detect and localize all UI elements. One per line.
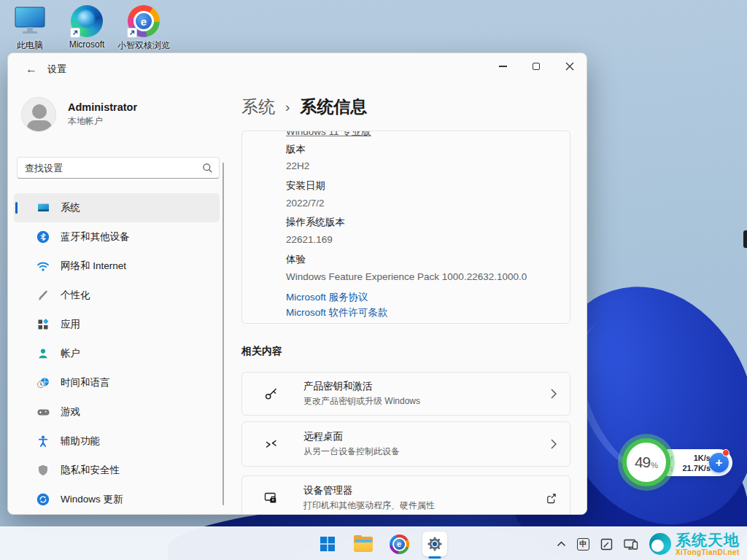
tray-expand-button[interactable] [557, 541, 566, 547]
file-explorer-icon [354, 537, 373, 552]
search-icon [202, 163, 213, 174]
xitongtiandi-watermark[interactable]: 系统天地 XiTongTianDi.net [649, 532, 740, 556]
ime-chinese-icon: 中 [577, 538, 589, 551]
start-button[interactable] [315, 532, 340, 556]
spec-label: 操作系统版本 [286, 216, 345, 229]
sidebar-item-gaming[interactable]: 游戏 [14, 397, 220, 427]
settings-window: ← 设置 Administrator 本地帐户 系统 [7, 52, 587, 515]
sidebar-item-accounts[interactable]: 帐户 [14, 339, 220, 368]
breadcrumb-separator: › [285, 99, 290, 115]
sidebar-scrollbar[interactable] [222, 163, 224, 505]
card-title: 产品密钥和激活 [303, 380, 543, 393]
avatar [21, 97, 56, 132]
desktop-icons: 此电脑 Microsoft e 小智双核浏览 [1, 4, 172, 52]
search-box[interactable] [17, 157, 220, 179]
network-icon [36, 260, 50, 273]
related-content-title: 相关内容 [241, 345, 282, 358]
breadcrumb: 系统 › 系统信息 [241, 96, 367, 118]
spec-label: 体验 [286, 253, 306, 266]
spec-value: 22H2 [286, 160, 309, 171]
file-explorer-button[interactable] [351, 532, 376, 556]
settings-taskbar-button[interactable] [422, 532, 447, 556]
card-remote-desktop[interactable]: 远程桌面 从另一台设备控制此设备 [241, 421, 570, 467]
windows-update-icon [36, 493, 50, 506]
watermark-title: 系统天地 [676, 532, 740, 548]
sidebar-item-system[interactable]: 系统 [14, 193, 220, 222]
desktop-icon-label: Microsoft [69, 39, 105, 50]
bluetooth-icon [36, 230, 50, 244]
windows-start-icon [319, 535, 336, 553]
upload-speed: 1K/s [694, 453, 711, 463]
account-name: Administrator [68, 101, 137, 113]
chevron-right-icon [543, 439, 557, 449]
memory-usage-ball[interactable]: 49 % [622, 438, 670, 486]
taskbar: e 中 [0, 526, 747, 560]
settings-gear-icon [426, 535, 444, 553]
ime-indicator[interactable]: 中 [577, 538, 589, 551]
close-button[interactable] [553, 53, 587, 79]
account-card[interactable]: Administrator 本地帐户 [21, 97, 137, 132]
maximize-button[interactable] [519, 53, 553, 79]
cast-device-icon [624, 538, 638, 551]
spec-value: 22621.169 [286, 234, 333, 245]
screen-edge-handle[interactable] [743, 230, 747, 248]
back-button[interactable]: ← [21, 59, 42, 79]
device-manager-icon [262, 491, 279, 505]
close-icon [565, 62, 574, 71]
sidebar-item-privacy[interactable]: 隐私和安全性 [14, 456, 220, 485]
sidebar-nav: 系统 蓝牙和其他设备 网络和 Internet 个性化 [14, 193, 220, 514]
browser-icon: e [390, 534, 409, 554]
titlebar: ← 设置 [8, 53, 587, 85]
shortcut-arrow-icon [70, 28, 80, 38]
browser-button[interactable]: e [387, 532, 411, 556]
license-terms-link[interactable]: Microsoft 软件许可条款 [286, 306, 388, 319]
time-language-icon [36, 376, 50, 389]
sidebar-item-network[interactable]: 网络和 Internet [14, 252, 220, 281]
card-title: 设备管理器 [303, 484, 543, 497]
accessibility-icon [36, 435, 50, 448]
spec-value: Windows Feature Experience Pack 1000.226… [286, 271, 527, 282]
sidebar-item-apps[interactable]: 应用 [14, 310, 220, 339]
services-agreement-link[interactable]: Microsoft 服务协议 [286, 291, 368, 304]
personalization-icon [36, 289, 50, 302]
minimize-icon [499, 66, 507, 67]
card-subtitle: 从另一台设备控制此设备 [303, 446, 543, 458]
spec-label: 安装日期 [286, 179, 325, 192]
window-title: 设置 [47, 63, 66, 76]
privacy-shield-icon [36, 464, 50, 477]
key-icon [262, 386, 279, 401]
minimize-button[interactable] [486, 53, 519, 79]
gaming-icon [36, 405, 50, 419]
shortcut-arrow-icon [127, 28, 137, 38]
sidebar-item-windows-update[interactable]: Windows 更新 [14, 485, 220, 514]
page-title: 系统信息 [300, 96, 367, 118]
touch-keyboard-button[interactable] [600, 538, 613, 551]
windows-spec-panel: Windows 11 专业版 版本 22H2 安装日期 2022/7/2 操作系… [241, 131, 570, 324]
usage-percent: 49 [635, 454, 650, 471]
system-icon [36, 201, 50, 214]
watermark-domain: XiTongTianDi.net [676, 549, 740, 556]
chevron-right-icon [543, 389, 557, 399]
card-device-manager[interactable]: 设备管理器 打印机和其他驱动程序、硬件属性 [241, 475, 570, 515]
cast-button[interactable] [624, 538, 638, 551]
card-subtitle: 更改产品密钥或升级 Windows [303, 395, 543, 408]
chevron-up-icon [557, 541, 566, 547]
download-speed: 21.7K/s [682, 463, 711, 473]
desktop-icon-microsoft-edge[interactable]: Microsoft [58, 4, 115, 52]
clipped-edition-line: Windows 11 专业版 [286, 131, 371, 139]
desktop-icon-xiaozhi-browser[interactable]: e 小智双核浏览 [115, 4, 172, 52]
xitongtiandi-logo-icon [649, 533, 671, 555]
desktop-icon-label: 小智双核浏览 [117, 39, 170, 52]
notification-dot [722, 449, 729, 456]
sidebar-item-accessibility[interactable]: 辅助功能 [14, 427, 220, 456]
external-link-icon [543, 493, 557, 504]
card-product-key-activation[interactable]: 产品密钥和激活 更改产品密钥或升级 Windows [241, 372, 570, 416]
sidebar-item-bluetooth[interactable]: 蓝牙和其他设备 [14, 222, 220, 252]
sidebar-item-time-language[interactable]: 时间和语言 [14, 368, 220, 397]
search-input[interactable] [25, 163, 202, 174]
active-app-indicator [429, 556, 441, 559]
sidebar-item-personalization[interactable]: 个性化 [14, 281, 220, 310]
desktop-icon-this-pc[interactable]: 此电脑 [1, 4, 58, 52]
breadcrumb-parent[interactable]: 系统 [241, 96, 275, 118]
accounts-icon [36, 347, 50, 360]
